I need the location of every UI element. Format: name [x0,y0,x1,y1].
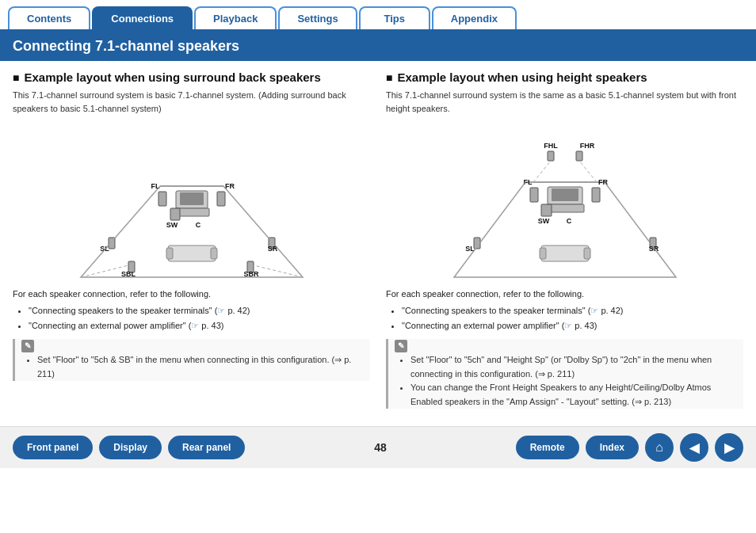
page-number: 48 [366,441,395,454]
svg-line-50 [533,161,551,182]
left-bullet-1: "Connecting speakers to the speaker term… [29,303,370,318]
top-navigation: Contents Connections Playback Settings T… [0,0,756,29]
left-section: Example layout when using surround back … [13,70,370,409]
svg-rect-48 [540,248,546,259]
rear-panel-button[interactable]: Rear panel [168,436,245,459]
bottom-nav-right: Remote Index ⌂ ◀ ▶ [516,433,743,462]
bottom-nav-left: Front panel Display Rear panel [13,436,245,459]
left-bullet-list: "Connecting speakers to the speaker term… [22,303,370,333]
svg-line-51 [579,161,597,182]
tab-contents[interactable]: Contents [8,6,90,29]
svg-rect-17 [166,248,173,259]
right-diagram: FL FR FHL FHR SW C SL [430,123,700,281]
svg-text:FL: FL [523,178,532,186]
left-speaker-diagram: FL FR SW C SL SR [57,123,326,281]
left-diagram: FL FR SW C SL SR [57,123,326,281]
note-icon: ✎ [21,340,34,352]
svg-rect-5 [158,192,166,206]
prev-button[interactable]: ◀ [680,433,708,462]
left-section-title: Example layout when using surround back … [13,70,370,84]
svg-rect-30 [552,188,578,201]
home-button[interactable]: ⌂ [645,433,674,462]
svg-line-25 [81,186,160,277]
right-note-2: You can change the Front Height Speakers… [410,381,743,409]
left-section-desc: This 7.1-channel surround system is basi… [13,89,370,115]
right-bullet-2: "Connecting an external power amplifier"… [402,318,743,333]
right-bullet-1: "Connecting speakers to the speaker term… [402,303,743,318]
tab-tips[interactable]: Tips [359,6,430,29]
right-section-title: Example layout when using height speaker… [386,70,743,84]
right-reference-intro: For each speaker connection, refer to th… [386,289,743,299]
svg-text:SW: SW [537,217,549,225]
svg-text:C: C [566,217,571,225]
svg-text:FHR: FHR [579,142,594,150]
left-note-section: ✎ Set "Floor" to "5ch & SB" in the menu … [13,339,370,381]
svg-rect-49 [584,248,590,259]
front-panel-button[interactable]: Front panel [13,436,93,459]
svg-text:SW: SW [166,221,178,229]
bottom-navigation: Front panel Display Rear panel 48 Remote… [0,426,756,468]
tab-settings[interactable]: Settings [278,6,357,29]
remote-button[interactable]: Remote [516,436,579,459]
right-section-desc: This 7.1-channel surround system is the … [386,89,743,115]
tab-connections[interactable]: Connections [92,6,193,29]
left-reference-intro: For each speaker connection, refer to th… [13,289,370,299]
svg-line-53 [605,182,676,277]
page-title: Connecting 7.1-channel speakers [0,32,756,61]
svg-text:SBR: SBR [243,270,259,278]
svg-text:SR: SR [267,245,277,253]
svg-rect-18 [211,248,217,259]
right-note-list: Set "Floor" to "5ch" and "Height Sp" (or… [404,353,743,409]
svg-rect-40 [541,204,552,216]
svg-text:FR: FR [225,182,235,190]
svg-rect-38 [576,151,582,161]
svg-text:SBL: SBL [121,270,136,278]
tab-playback[interactable]: Playback [194,6,277,29]
left-bullet-2: "Connecting an external power amplifier"… [29,318,370,333]
index-button[interactable]: Index [586,436,639,459]
svg-rect-9 [170,208,180,220]
svg-line-26 [223,186,303,277]
svg-rect-47 [541,246,589,261]
next-button[interactable]: ▶ [715,433,743,462]
svg-rect-34 [592,188,600,202]
right-note-1: Set "Floor" to "5ch" and "Height Sp" (or… [410,353,743,381]
svg-rect-32 [530,188,538,202]
left-note-1: Set "Floor" to "5ch & SB" in the menu wh… [37,353,370,381]
right-section: Example layout when using height speaker… [386,70,743,409]
svg-rect-16 [168,246,216,261]
svg-text:C: C [195,221,200,229]
display-button[interactable]: Display [99,436,162,459]
svg-line-52 [454,182,525,277]
svg-rect-3 [180,192,204,205]
svg-line-24 [254,265,303,277]
right-bullet-list: "Connecting speakers to the speaker term… [395,303,743,333]
svg-text:SR: SR [648,245,659,253]
svg-rect-36 [548,151,554,161]
note-icon-right: ✎ [395,340,407,352]
right-speaker-diagram: FL FR FHL FHR SW C SL [430,123,700,281]
svg-text:FL: FL [151,182,159,190]
right-note-section: ✎ Set "Floor" to "5ch" and "Height Sp" (… [386,339,743,409]
tab-appendix[interactable]: Appendix [432,6,517,29]
svg-rect-7 [217,192,225,206]
svg-text:FHL: FHL [544,142,558,150]
main-content: Example layout when using surround back … [0,61,756,418]
left-note-list: Set "Floor" to "5ch & SB" in the menu wh… [31,353,370,381]
